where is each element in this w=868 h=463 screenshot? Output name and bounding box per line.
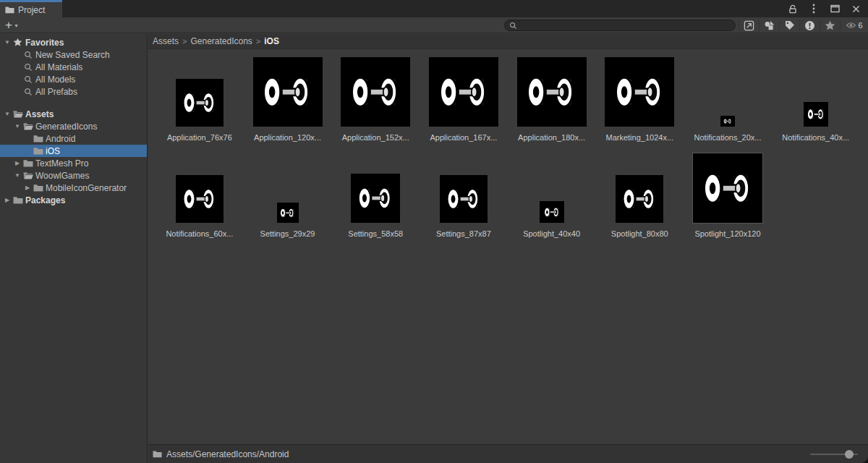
chevron-down-icon: ▼: [14, 23, 19, 28]
asset-item-marketing-1024x[interactable]: Marketing_1024x...: [595, 49, 684, 145]
asset-item-label: Application_180x...: [518, 133, 585, 143]
asset-item-label: Settings_87x87: [436, 229, 491, 239]
dumbbell-thumbnail: [440, 175, 488, 223]
tree-item-assets[interactable]: ▼Assets: [0, 108, 147, 120]
asset-browser-main: Assets>GeneratedIcons>iOS Application_76…: [148, 34, 868, 444]
folder-icon: [153, 450, 162, 458]
asset-item-label: Settings_58x58: [348, 229, 403, 239]
dumbbell-thumbnail: [253, 57, 323, 127]
titlebar: Project: [0, 0, 868, 17]
search-icon: [22, 63, 34, 72]
asset-item-notifications-20x[interactable]: Notifications_20x...: [684, 49, 772, 145]
tree-item-favorites[interactable]: ▼Favorites: [0, 36, 147, 48]
dumbbell-thumbnail: [429, 57, 498, 127]
asset-item-application-167x[interactable]: Application_167x...: [420, 49, 508, 145]
breadcrumb-item-generatedicons[interactable]: GeneratedIcons: [190, 36, 252, 46]
dumbbell-thumbnail: [176, 175, 224, 223]
tree-item-android[interactable]: Android: [0, 132, 147, 145]
asset-item-label: Application_120x...: [254, 133, 321, 143]
search-by-type-icon[interactable]: [760, 17, 779, 33]
asset-item-notifications-60x[interactable]: Notifications_60x...: [156, 145, 244, 242]
tab-project[interactable]: Project: [0, 0, 62, 17]
tree-item-all-models[interactable]: All Models: [0, 73, 147, 85]
chevron-expanded-icon[interactable]: ▼: [3, 111, 12, 117]
add-asset-button[interactable]: + ▼: [0, 20, 19, 31]
toolbar-right-group: 6: [504, 17, 868, 33]
tree-item-label: Android: [44, 134, 75, 144]
asset-item-application-76x76[interactable]: Application_76x76: [156, 49, 244, 145]
tree-item-woowlgames[interactable]: ▼WoowlGames: [0, 169, 147, 182]
asset-item-label: Marketing_1024x...: [606, 133, 674, 143]
dumbbell-thumbnail: [540, 201, 564, 223]
tree-item-all-materials[interactable]: All Materials: [0, 61, 147, 73]
asset-item-settings-29x29[interactable]: Settings_29x29: [244, 145, 332, 242]
breadcrumb: Assets>GeneratedIcons>iOS: [148, 34, 868, 49]
tree-item-textmesh-pro[interactable]: ▶TextMesh Pro: [0, 157, 147, 169]
tree-item-label: Packages: [24, 195, 65, 205]
dumbbell-thumbnail: [517, 57, 587, 127]
tree-section-gap: [0, 98, 147, 108]
empty-grid-cell: [772, 145, 860, 242]
asset-item-label: Settings_29x29: [260, 229, 315, 239]
chevron-expanded-icon[interactable]: ▼: [13, 172, 22, 179]
asset-item-settings-58x58[interactable]: Settings_58x58: [331, 145, 420, 242]
favorite-star-icon[interactable]: [820, 17, 840, 33]
dumbbell-thumbnail: [176, 79, 224, 127]
statusbar: Assets/GeneratedIcons/Android: [148, 444, 868, 463]
folder-icon: [12, 196, 24, 204]
search-icon: [509, 22, 517, 30]
asset-item-application-180x[interactable]: Application_180x...: [508, 49, 596, 145]
search-icon: [22, 88, 34, 96]
hidden-count: 6: [858, 21, 862, 30]
alert-icon[interactable]: [800, 17, 820, 33]
breadcrumb-item-ios[interactable]: iOS: [264, 36, 279, 46]
asset-grid: Application_76x76Application_120x...Appl…: [148, 49, 868, 242]
plus-icon: +: [5, 20, 12, 31]
breadcrumb-item-assets[interactable]: Assets: [153, 36, 179, 46]
thumbnail-zoom-slider[interactable]: [810, 449, 858, 459]
chevron-collapsed-icon[interactable]: ▶: [13, 160, 22, 166]
search-input[interactable]: [520, 20, 731, 30]
search-field[interactable]: [504, 20, 736, 31]
sidebar-tree: ▼FavoritesNew Saved SearchAll MaterialsA…: [0, 34, 148, 463]
eye-icon: [846, 22, 856, 29]
folder-open-icon: [22, 171, 34, 179]
tree-item-label: New Saved Search: [34, 50, 110, 60]
tree-item-label: All Materials: [34, 62, 82, 72]
asset-item-label: Notifications_20x...: [694, 133, 762, 143]
maximize-icon[interactable]: [830, 4, 840, 14]
asset-item-label: Notifications_60x...: [166, 229, 233, 239]
tree-item-all-prefabs[interactable]: All Prefabs: [0, 85, 147, 98]
unlock-icon[interactable]: [788, 4, 798, 14]
kebab-menu-icon[interactable]: [809, 4, 819, 14]
asset-item-settings-87x87[interactable]: Settings_87x87: [420, 145, 508, 242]
asset-item-spotlight-80x80[interactable]: Spotlight_80x80: [595, 145, 684, 242]
asset-item-label: Application_76x76: [167, 133, 232, 143]
tree-item-packages[interactable]: ▶Packages: [0, 194, 147, 206]
slider-knob[interactable]: [845, 450, 854, 459]
asset-item-spotlight-40x40[interactable]: Spotlight_40x40: [508, 145, 596, 242]
chevron-collapsed-icon[interactable]: ▶: [23, 184, 32, 191]
tree-item-label: Favorites: [24, 38, 64, 48]
chevron-expanded-icon[interactable]: ▼: [13, 123, 22, 129]
search-by-label-icon[interactable]: [780, 17, 799, 33]
tree-item-new-saved-search[interactable]: New Saved Search: [0, 48, 147, 61]
tree-item-ios[interactable]: iOS: [0, 145, 147, 157]
hidden-items-toggle[interactable]: 6: [841, 17, 868, 33]
dumbbell-thumbnail: [804, 102, 828, 127]
chevron-collapsed-icon[interactable]: ▶: [3, 197, 12, 203]
asset-item-application-152x[interactable]: Application_152x...: [331, 49, 420, 145]
tree-item-generatedicons[interactable]: ▼GeneratedIcons: [0, 120, 147, 132]
asset-item-spotlight-120x120[interactable]: Spotlight_120x120: [684, 145, 772, 242]
asset-item-notifications-40x[interactable]: Notifications_40x...: [772, 49, 860, 145]
tree-item-label: All Prefabs: [34, 87, 77, 97]
chevron-expanded-icon[interactable]: ▼: [3, 39, 12, 46]
asset-item-label: Spotlight_40x40: [523, 229, 580, 239]
unity-project-window: Project + ▼: [0, 0, 868, 463]
asset-item-application-120x[interactable]: Application_120x...: [244, 49, 332, 145]
dumbbell-thumbnail: [277, 203, 299, 223]
dumbbell-thumbnail: [693, 153, 762, 223]
close-icon[interactable]: [851, 4, 861, 14]
open-in-search-icon[interactable]: [739, 17, 759, 33]
tree-item-mobileicongenerator[interactable]: ▶MobileIconGenerator: [0, 182, 147, 194]
